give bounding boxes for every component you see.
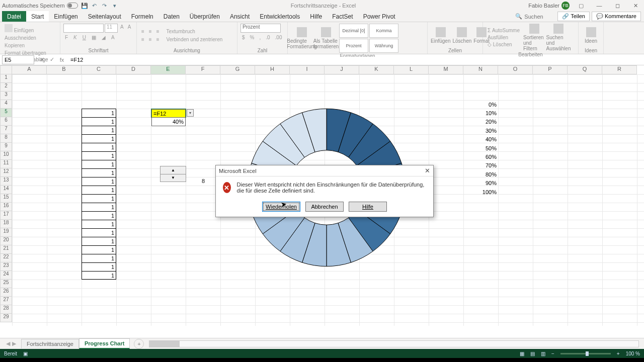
font-family-select[interactable] bbox=[63, 24, 104, 33]
col-header-G[interactable]: G bbox=[220, 65, 255, 74]
tab-start[interactable]: Start bbox=[26, 11, 49, 22]
cell-n14[interactable]: 100% bbox=[463, 188, 498, 196]
row-header-21[interactable]: 21 bbox=[0, 245, 12, 254]
row-header-17[interactable]: 17 bbox=[0, 211, 12, 220]
align-mid-icon[interactable]: ≡ bbox=[147, 28, 153, 35]
select-all-corner[interactable] bbox=[0, 65, 12, 74]
cell-f12[interactable]: 8 bbox=[186, 177, 206, 186]
sheet-prev-icon[interactable]: ◀ bbox=[6, 340, 10, 347]
cell-style-prozent[interactable]: Prozent bbox=[339, 39, 368, 53]
row-header-22[interactable]: 22 bbox=[0, 254, 12, 262]
row-header-23[interactable]: 23 bbox=[0, 262, 12, 271]
row-header-29[interactable]: 29 bbox=[0, 314, 12, 322]
toggle-switch-icon[interactable] bbox=[67, 3, 78, 9]
cut-button[interactable]: Ausschneiden bbox=[3, 35, 38, 41]
tab-view[interactable]: Ansicht bbox=[225, 11, 255, 22]
row-header-10[interactable]: 10 bbox=[0, 151, 12, 160]
sheet-next-icon[interactable]: ▶ bbox=[12, 340, 16, 347]
col-header-O[interactable]: O bbox=[498, 65, 533, 74]
col-header-R[interactable]: R bbox=[602, 65, 637, 74]
maximize-icon[interactable]: ◻ bbox=[611, 3, 624, 9]
row-header-26[interactable]: 26 bbox=[0, 288, 12, 297]
cell-style-waehrung[interactable]: Währung bbox=[369, 39, 398, 53]
col-header-P[interactable]: P bbox=[533, 65, 568, 74]
col-header-I[interactable]: I bbox=[290, 65, 325, 74]
col-header-H[interactable]: H bbox=[255, 65, 290, 74]
row-header-19[interactable]: 19 bbox=[0, 228, 12, 237]
ideas-button[interactable]: Ideen bbox=[582, 27, 600, 44]
zoom-slider[interactable] bbox=[560, 353, 611, 354]
sheet-tab-2[interactable]: Progress Chart bbox=[79, 338, 130, 349]
row-header-27[interactable]: 27 bbox=[0, 297, 12, 305]
conditional-format-button[interactable]: Bedingte Formatierung bbox=[291, 27, 313, 49]
tab-powerpivot[interactable]: Power Pivot bbox=[358, 11, 400, 22]
col-header-F[interactable]: F bbox=[186, 65, 220, 74]
row-header-13[interactable]: 13 bbox=[0, 177, 12, 186]
ribbon-options-icon[interactable]: ▢ bbox=[575, 3, 588, 9]
row-header-16[interactable]: 16 bbox=[0, 203, 12, 211]
format-as-table-button[interactable]: Als Tabelle formatieren bbox=[315, 27, 337, 49]
cancel-button[interactable]: Abbrechen bbox=[305, 202, 344, 212]
view-pagebreak-icon[interactable]: ▥ bbox=[541, 351, 545, 356]
row-header-6[interactable]: 6 bbox=[0, 117, 12, 126]
enter-formula-icon[interactable]: ✓ bbox=[48, 56, 55, 63]
tab-help[interactable]: Hilfe bbox=[305, 11, 327, 22]
cell-style-komma[interactable]: Komma bbox=[369, 24, 398, 38]
cell-n4[interactable]: 0% bbox=[463, 100, 498, 109]
row-header-15[interactable]: 15 bbox=[0, 194, 12, 203]
cell-n7[interactable]: 30% bbox=[463, 126, 498, 135]
row-header-28[interactable]: 28 bbox=[0, 305, 12, 314]
cancel-formula-icon[interactable]: ✕ bbox=[38, 56, 45, 63]
col-header-C[interactable]: C bbox=[82, 65, 116, 74]
cell-n8[interactable]: 40% bbox=[463, 135, 498, 144]
zoom-out-icon[interactable]: − bbox=[551, 351, 554, 356]
search-input[interactable] bbox=[524, 14, 554, 20]
row-header-14[interactable]: 14 bbox=[0, 186, 12, 194]
row-header-4[interactable]: 4 bbox=[0, 100, 12, 109]
row-header-9[interactable]: 9 bbox=[0, 143, 12, 151]
qat-dropdown-icon[interactable]: ▾ bbox=[111, 2, 118, 9]
col-header-J[interactable]: J bbox=[325, 65, 359, 74]
row-header-25[interactable]: 25 bbox=[0, 280, 12, 288]
zoom-level[interactable]: 100 % bbox=[626, 351, 640, 356]
view-normal-icon[interactable]: ▦ bbox=[520, 351, 524, 356]
comments-button[interactable]: 💬 Kommentare bbox=[592, 12, 641, 21]
cell-e6[interactable]: 40% bbox=[151, 118, 186, 126]
col-header-M[interactable]: M bbox=[429, 65, 463, 74]
comma-icon[interactable]: , bbox=[258, 34, 262, 41]
border-icon[interactable]: ▦ bbox=[90, 34, 98, 41]
row-header-24[interactable]: 24 bbox=[0, 271, 12, 280]
row-header-2[interactable]: 2 bbox=[0, 83, 12, 92]
spinner-control[interactable]: ▲ ▼ bbox=[160, 166, 186, 182]
row-header-3[interactable]: 3 bbox=[0, 92, 12, 100]
cell-n6[interactable]: 20% bbox=[463, 118, 498, 126]
cell-style-dezimal[interactable]: Dezimal [0] bbox=[339, 24, 368, 38]
name-box[interactable]: E5 bbox=[2, 55, 34, 64]
tab-file[interactable]: Datei bbox=[2, 11, 26, 22]
add-sheet-button[interactable]: + bbox=[134, 339, 144, 349]
row-header-12[interactable]: 12 bbox=[0, 168, 12, 177]
font-size-select[interactable]: 11 bbox=[105, 24, 118, 33]
dialog-close-icon[interactable]: ✕ bbox=[425, 167, 430, 174]
fill-button[interactable]: Ausfüllen bbox=[486, 34, 521, 41]
row-header-20[interactable]: 20 bbox=[0, 237, 12, 245]
share-button[interactable]: 🔗 Teilen bbox=[557, 12, 590, 21]
horizontal-scrollbar[interactable] bbox=[149, 340, 639, 347]
minimize-icon[interactable]: — bbox=[593, 3, 606, 9]
sheet-tab-1[interactable]: Fortschrittsanzeige bbox=[21, 339, 79, 348]
tell-me-search[interactable]: 🔍 bbox=[515, 11, 557, 22]
save-icon[interactable]: 💾 bbox=[81, 2, 88, 9]
tab-data[interactable]: Daten bbox=[158, 11, 185, 22]
col-header-D[interactable]: D bbox=[116, 65, 151, 74]
tab-pagelayout[interactable]: Seitenlayout bbox=[83, 11, 126, 22]
col-header-A[interactable]: A bbox=[12, 65, 47, 74]
italic-icon[interactable]: K bbox=[72, 34, 78, 41]
cell-n10[interactable]: 60% bbox=[463, 152, 498, 161]
spinner-down-icon[interactable]: ▼ bbox=[160, 174, 186, 182]
copy-button[interactable]: Kopieren bbox=[3, 42, 26, 49]
cell-n5[interactable]: 10% bbox=[463, 109, 498, 117]
help-button[interactable]: Hilfe bbox=[349, 202, 387, 212]
tab-formulas[interactable]: Formeln bbox=[126, 11, 158, 22]
bold-icon[interactable]: F bbox=[63, 34, 69, 41]
align-right-icon[interactable]: ≡ bbox=[155, 36, 161, 43]
